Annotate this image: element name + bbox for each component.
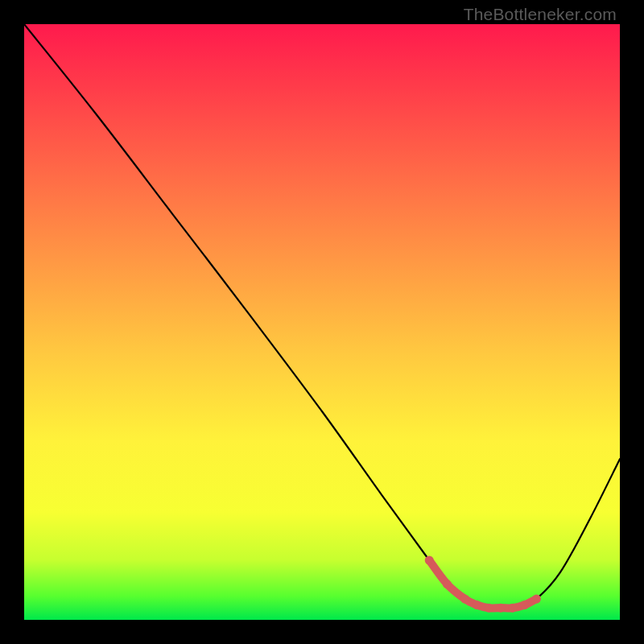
chart-frame (24, 24, 620, 620)
chart-background-gradient (24, 24, 620, 620)
attribution-label: TheBottleneker.com (464, 5, 617, 24)
